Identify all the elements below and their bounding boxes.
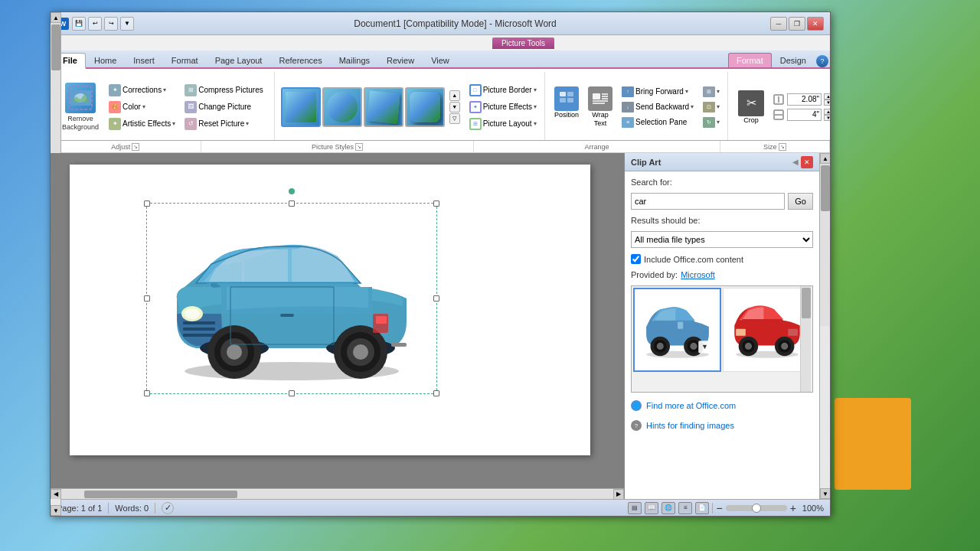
h-scroll-track[interactable] xyxy=(61,490,613,499)
tab-mailings[interactable]: Mailings xyxy=(331,53,378,67)
help-button[interactable]: ? xyxy=(816,55,828,67)
tab-picture-format[interactable]: Format xyxy=(728,53,772,67)
microsoft-link[interactable]: Microsoft xyxy=(681,270,715,279)
picture-layout-button[interactable]: ⊞ Picture Layout ▾ xyxy=(466,116,540,132)
web-layout-btn[interactable]: 🌐 xyxy=(662,502,675,514)
save-qa-button[interactable]: 💾 xyxy=(72,17,86,31)
border-dropdown-arrow: ▾ xyxy=(534,86,537,93)
h-scroll-thumb[interactable] xyxy=(84,491,237,498)
width-spin-up[interactable]: ▲ xyxy=(824,109,830,115)
selection-pane-button[interactable]: ≡ Selection Pane xyxy=(619,116,697,129)
results-scroll-thumb[interactable] xyxy=(802,288,811,318)
width-spin-down[interactable]: ▼ xyxy=(824,115,830,121)
customize-qa-button[interactable]: ▼ xyxy=(120,17,134,31)
draft-btn[interactable]: 📄 xyxy=(695,502,709,514)
artistic-effects-button[interactable]: ✦ Artistic Effects ▾ xyxy=(106,116,178,132)
handle-ml[interactable] xyxy=(144,295,150,302)
handle-mr[interactable] xyxy=(433,295,439,302)
doc-scroll-area[interactable] xyxy=(51,153,624,488)
outline-btn[interactable]: ≡ xyxy=(678,502,692,514)
send-backward-arrow: ▾ xyxy=(691,103,694,110)
position-button[interactable]: Position xyxy=(551,83,582,131)
results-scrollbar[interactable] xyxy=(800,286,811,392)
doc-and-panel: ◀ ▶ Clip Art ◀ ✕ xyxy=(51,153,819,499)
gallery-more[interactable]: ▽ xyxy=(449,113,460,124)
handle-br[interactable] xyxy=(433,390,439,396)
change-picture-button[interactable]: 🖼 Change Picture xyxy=(181,99,266,115)
handle-tm[interactable] xyxy=(289,201,295,207)
handle-bl[interactable] xyxy=(144,390,150,396)
right-scroll-up[interactable]: ▲ xyxy=(820,153,830,164)
height-spin-up[interactable]: ▲ xyxy=(824,93,830,99)
handle-bm[interactable] xyxy=(289,390,295,396)
h-scroll-left[interactable]: ◀ xyxy=(51,489,61,500)
tab-picture-design[interactable]: Design xyxy=(772,53,815,67)
compress-pictures-button[interactable]: ⊞ Compress Pictures xyxy=(181,83,266,98)
gallery-scroll-down[interactable]: ▼ xyxy=(449,102,460,112)
remove-background-button[interactable]: RemoveBackground xyxy=(58,79,103,135)
find-more-link[interactable]: 🌐 Find more at Office.com xyxy=(631,399,813,412)
print-layout-btn[interactable]: ▤ xyxy=(628,502,642,514)
tab-view[interactable]: View xyxy=(423,53,458,67)
doc-area: ▲ ▼ xyxy=(51,153,830,499)
rotate-handle[interactable] xyxy=(289,188,295,194)
style-thumb-2[interactable] xyxy=(322,87,362,127)
tab-references[interactable]: References xyxy=(270,53,330,67)
color-button[interactable]: 🎨 Color ▾ xyxy=(106,99,178,115)
adjust-expander[interactable]: ↘ xyxy=(132,143,139,151)
right-scroll-track[interactable] xyxy=(820,164,830,326)
reset-picture-button[interactable]: ↺ Reset Picture ▾ xyxy=(181,116,266,132)
picture-border-button[interactable]: □ Picture Border ▾ xyxy=(466,83,540,98)
hints-link[interactable]: ? Hints for finding images xyxy=(631,419,813,432)
height-spin-down[interactable]: ▼ xyxy=(824,99,830,106)
go-button[interactable]: Go xyxy=(788,193,813,210)
zoom-minus-btn[interactable]: − xyxy=(716,502,722,514)
tab-home[interactable]: Home xyxy=(86,53,125,67)
handle-tr[interactable] xyxy=(433,201,439,207)
picture-styles-expander[interactable]: ↘ xyxy=(355,143,363,151)
right-scroll-down[interactable]: ▼ xyxy=(820,488,830,499)
minimize-button[interactable]: ─ xyxy=(770,17,787,31)
style-thumb-4[interactable] xyxy=(405,87,445,127)
size-expander[interactable]: ↘ xyxy=(779,143,786,151)
h-scroll-right[interactable]: ▶ xyxy=(613,489,624,500)
tab-format[interactable]: Format xyxy=(163,53,207,67)
style-thumb-3[interactable] xyxy=(364,87,403,127)
search-input[interactable] xyxy=(631,193,785,210)
send-backward-button[interactable]: ↓ Send Backward ▾ xyxy=(619,100,697,114)
handle-tl[interactable] xyxy=(144,201,150,207)
close-button[interactable]: ✕ xyxy=(807,17,824,31)
style-thumb-1[interactable] xyxy=(281,87,321,127)
picture-border-icon: □ xyxy=(469,84,482,96)
group-button[interactable]: ⊡ ▾ xyxy=(700,100,723,114)
crop-button[interactable]: ✂ Crop xyxy=(734,88,768,126)
width-input[interactable] xyxy=(787,109,822,121)
panel-close-button[interactable]: ✕ xyxy=(801,156,813,168)
bring-forward-button[interactable]: ↑ Bring Forward ▾ xyxy=(619,85,697,99)
full-reading-btn[interactable]: 📖 xyxy=(645,502,658,514)
redo-qa-button[interactable]: ↪ xyxy=(104,17,118,31)
panel-collapse-button[interactable]: ◀ xyxy=(790,157,801,168)
clip-item-2[interactable] xyxy=(723,288,811,372)
zoom-plus-btn[interactable]: + xyxy=(790,502,796,514)
include-office-checkbox[interactable] xyxy=(631,254,641,264)
clip-item-1[interactable]: ▼ xyxy=(633,288,721,372)
tab-page-layout[interactable]: Page Layout xyxy=(207,53,271,67)
wrap-text-button[interactable]: WrapText xyxy=(585,83,616,131)
rotate-button[interactable]: ↻ ▾ xyxy=(700,116,723,129)
restore-button[interactable]: ❐ xyxy=(789,17,805,31)
align-button[interactable]: ⊞ ▾ xyxy=(700,85,723,99)
height-input[interactable] xyxy=(787,93,822,106)
gallery-scroll-up[interactable]: ▲ xyxy=(449,90,460,101)
zoom-thumb[interactable] xyxy=(752,504,761,513)
undo-qa-button[interactable]: ↩ xyxy=(88,17,102,31)
media-type-select[interactable]: All media file types xyxy=(631,231,813,248)
tab-insert[interactable]: Insert xyxy=(125,53,163,67)
car-image-container[interactable] xyxy=(146,203,437,394)
corrections-button[interactable]: ✦ Corrections ▾ xyxy=(106,83,178,98)
zoom-slider[interactable] xyxy=(726,505,787,511)
picture-effects-button[interactable]: ✦ Picture Effects ▾ xyxy=(466,99,540,115)
tab-review[interactable]: Review xyxy=(378,53,423,67)
spell-check-icon[interactable]: ✓ xyxy=(162,502,174,514)
right-scroll-thumb[interactable] xyxy=(821,165,830,211)
